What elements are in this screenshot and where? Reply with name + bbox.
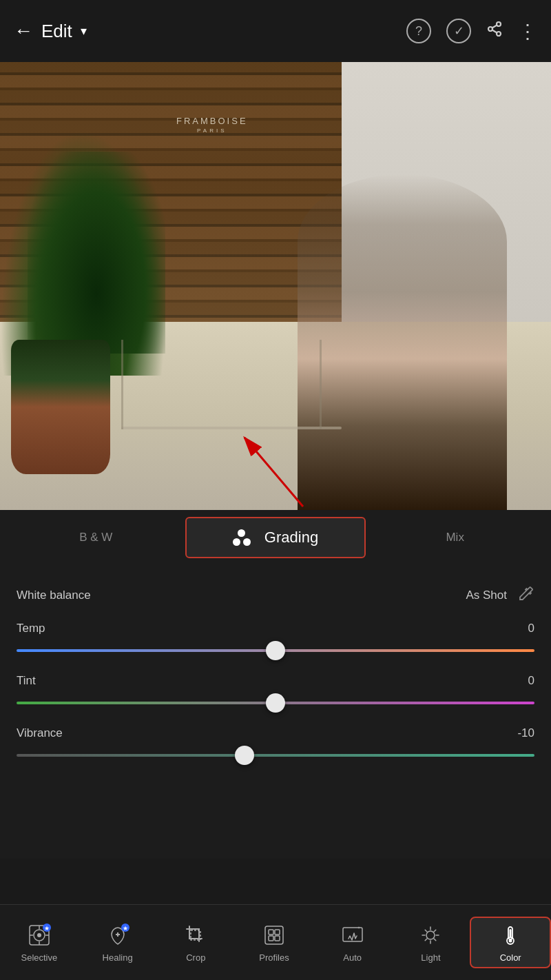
photo-preview: FRAMBOISE PARIS [0, 62, 551, 510]
photo-pot [11, 340, 110, 474]
nav-item-profiles[interactable]: Profiles [235, 922, 313, 963]
more-options-button[interactable]: ⋮ [518, 20, 537, 43]
auto-label: Auto [343, 952, 362, 963]
svg-point-21 [426, 931, 435, 939]
crop-label: Crop [186, 952, 205, 963]
eyedropper-icon[interactable] [518, 585, 534, 606]
svg-rect-18 [269, 936, 273, 941]
vibrance-slider-thumb[interactable] [235, 746, 254, 765]
back-button[interactable]: ← [14, 20, 33, 42]
vibrance-slider-track [17, 754, 534, 757]
nav-item-light[interactable]: Light [392, 922, 470, 963]
healing-label: Healing [103, 952, 133, 963]
bottom-spacer [0, 776, 551, 859]
temp-slider-thumb[interactable] [266, 641, 285, 660]
crop-icon [183, 922, 209, 948]
tint-row: Tint 0 [17, 664, 534, 697]
vibrance-row: Vibrance -10 [17, 717, 534, 750]
edit-panel: B & W Grading Mix White balance [0, 510, 551, 859]
white-balance-row: White balance As Shot [17, 579, 534, 612]
svg-text:★: ★ [123, 925, 128, 932]
auto-icon [340, 922, 366, 948]
temp-label: Temp [17, 622, 45, 635]
app-header: ← Edit ▾ ? ✓ ⋮ [0, 0, 551, 62]
photo-table-leg [121, 340, 123, 429]
healing-icon: ★ [105, 922, 131, 948]
page-title: Edit [41, 21, 72, 42]
selective-label: Selective [21, 952, 57, 963]
selective-icon: ★ [26, 922, 52, 948]
photo-scene: FRAMBOISE PARIS [0, 62, 551, 510]
vibrance-slider-container [17, 754, 534, 757]
light-label: Light [421, 952, 440, 963]
svg-line-3 [492, 30, 497, 33]
photo-table-leg-2 [320, 340, 322, 429]
white-balance-value[interactable]: As Shot [466, 589, 507, 602]
tint-label: Tint [17, 674, 36, 688]
tab-mix[interactable]: Mix [366, 517, 544, 558]
svg-text:★: ★ [44, 925, 50, 932]
tint-slider-track [17, 702, 534, 704]
tint-slider-thumb[interactable] [266, 693, 285, 713]
svg-point-0 [497, 22, 501, 26]
svg-rect-19 [275, 936, 280, 941]
tint-slider-container [17, 702, 534, 704]
color-label: Color [500, 952, 521, 963]
temp-slider-container [17, 649, 534, 652]
svg-rect-24 [510, 929, 512, 937]
photo-person [298, 174, 507, 511]
tint-value: 0 [514, 674, 534, 688]
svg-rect-16 [269, 930, 273, 935]
nav-item-color[interactable]: Color [470, 917, 551, 968]
photo-plants-2 [28, 152, 165, 354]
svg-point-25 [509, 939, 512, 943]
photo-table [121, 427, 342, 429]
grading-icon [233, 529, 251, 546]
tab-bw[interactable]: B & W [7, 517, 185, 558]
nav-item-auto[interactable]: Auto [313, 922, 392, 963]
header-actions: ? ✓ ⋮ [406, 19, 537, 43]
profiles-icon [261, 922, 287, 948]
controls-section: White balance As Shot Temp 0 Ti [0, 565, 551, 776]
color-tabs-row: B & W Grading Mix [0, 510, 551, 565]
nav-item-healing[interactable]: ★ Healing [79, 922, 157, 963]
bottom-navigation: ★ Selective ★ Healing Crop [0, 904, 551, 980]
share-button[interactable] [486, 21, 503, 41]
temp-value: 0 [514, 622, 534, 635]
header-left: ← Edit ▾ [14, 20, 87, 42]
title-dropdown-icon[interactable]: ▾ [81, 23, 87, 39]
svg-point-1 [488, 27, 492, 31]
white-balance-label: White balance [17, 589, 91, 602]
color-icon [497, 922, 523, 948]
help-button[interactable]: ? [406, 19, 431, 43]
profiles-label: Profiles [259, 952, 289, 963]
svg-line-4 [492, 25, 497, 28]
temp-row: Temp 0 [17, 612, 534, 645]
temp-slider-track [17, 649, 534, 652]
nav-item-selective[interactable]: ★ Selective [0, 922, 79, 963]
svg-rect-17 [275, 930, 280, 935]
svg-point-2 [497, 32, 501, 36]
photo-sign: FRAMBOISE PARIS [176, 116, 248, 134]
tab-grading[interactable]: Grading [185, 517, 366, 558]
svg-point-9 [37, 933, 41, 937]
vibrance-value: -10 [514, 726, 534, 740]
nav-item-crop[interactable]: Crop [156, 922, 235, 963]
white-balance-controls: As Shot [466, 585, 534, 606]
confirm-button[interactable]: ✓ [446, 19, 471, 43]
light-icon [417, 922, 444, 948]
svg-rect-15 [265, 926, 283, 944]
vibrance-label: Vibrance [17, 726, 63, 740]
